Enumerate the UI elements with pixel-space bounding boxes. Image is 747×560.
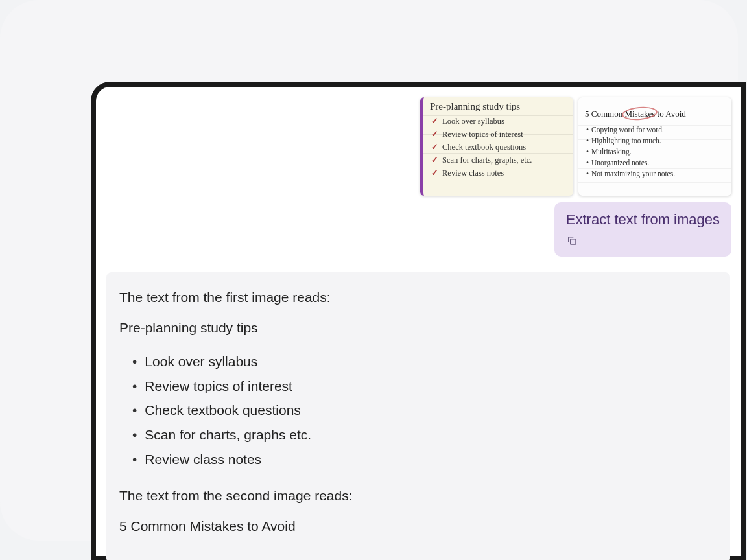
check-icon: ✓ (431, 115, 438, 128)
ai-response: The text from the first image reads: Pre… (106, 272, 730, 560)
list-item: Scan for charts, graphs etc. (132, 423, 717, 447)
note2-list: Copying word for word. Highlighting too … (578, 123, 731, 180)
note1-item: ✓Review topics of interest (431, 128, 569, 141)
list-item: Look over syllabus (132, 349, 717, 374)
note2-item: Copying word for word. (586, 124, 728, 135)
circled-word: Mistakes (624, 109, 655, 119)
list-item: Review class notes (132, 447, 717, 472)
note2-item: Highlighting too much. (586, 135, 728, 146)
note2-title: 5 Common Mistakes to Avoid (578, 97, 731, 123)
user-message-text: Extract text from images (566, 211, 720, 228)
note2-item: Unorganized notes. (586, 158, 728, 169)
device-frame: Pre-planning study tips ✓Look over sylla… (91, 82, 746, 560)
note1-item: ✓Check textbook questions (431, 141, 569, 154)
svg-rect-0 (571, 239, 576, 244)
chat-area: Pre-planning study tips ✓Look over sylla… (96, 87, 741, 560)
attachment-note-2[interactable]: 5 Common Mistakes to Avoid Copying word … (578, 97, 731, 196)
check-icon: ✓ (431, 167, 438, 180)
check-icon: ✓ (431, 141, 438, 154)
check-icon: ✓ (431, 128, 438, 141)
ai-intro-1: The text from the first image reads: (119, 288, 717, 307)
note1-item: ✓Scan for charts, graphs, etc. (431, 154, 569, 167)
list-item: Review topics of interest (132, 374, 717, 399)
list-item: Check textbook questions (132, 398, 717, 423)
note1-list: ✓Look over syllabus ✓Review topics of in… (423, 115, 573, 180)
ai-heading-2: 5 Common Mistakes to Avoid (119, 517, 717, 535)
attachments-row: Pre-planning study tips ✓Look over sylla… (105, 97, 731, 196)
ai-intro-2: The text from the second image reads: (119, 486, 717, 505)
note1-item: ✓Look over syllabus (431, 115, 569, 128)
note2-item: Multitasking. (586, 146, 728, 158)
note1-item: ✓Review class notes (431, 167, 569, 180)
copy-icon[interactable] (566, 235, 578, 246)
note1-title: Pre-planning study tips (423, 97, 573, 115)
check-icon: ✓ (431, 154, 438, 167)
ai-list-1: Look over syllabus Review topics of inte… (132, 349, 717, 472)
note2-item: Not maximizing your notes. (586, 169, 728, 180)
ai-heading-1: Pre-planning study tips (119, 318, 717, 337)
attachment-note-1[interactable]: Pre-planning study tips ✓Look over sylla… (420, 97, 573, 196)
user-message-bubble[interactable]: Extract text from images (554, 202, 731, 257)
